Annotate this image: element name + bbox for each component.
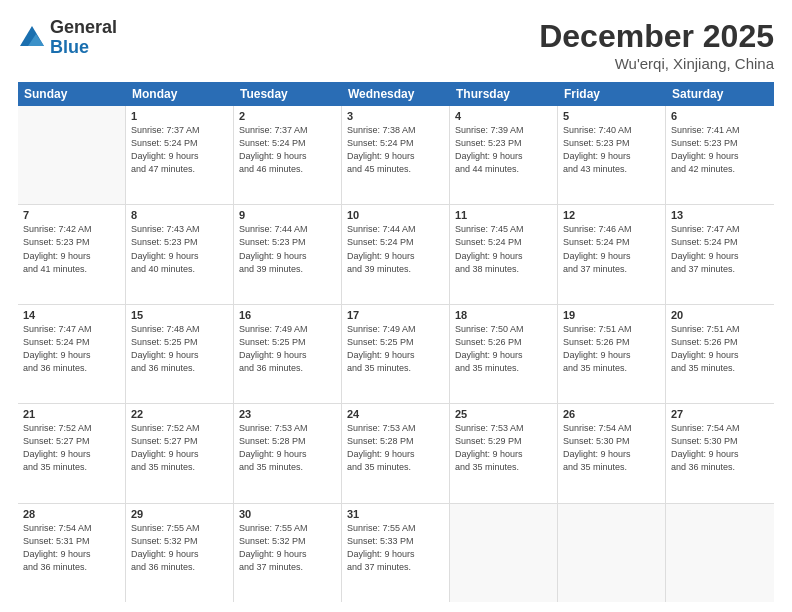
- day-number: 21: [23, 408, 120, 420]
- calendar-cell: 18Sunrise: 7:50 AM Sunset: 5:26 PM Dayli…: [450, 305, 558, 403]
- day-info: Sunrise: 7:44 AM Sunset: 5:24 PM Dayligh…: [347, 223, 444, 275]
- calendar-cell: [18, 106, 126, 204]
- header: General Blue December 2025 Wu'erqi, Xinj…: [18, 18, 774, 72]
- logo-text: General Blue: [50, 18, 117, 58]
- main-title: December 2025: [539, 18, 774, 55]
- weekday-header: Monday: [126, 82, 234, 106]
- calendar-row: 28Sunrise: 7:54 AM Sunset: 5:31 PM Dayli…: [18, 504, 774, 602]
- calendar-cell: [450, 504, 558, 602]
- day-number: 19: [563, 309, 660, 321]
- weekday-header: Thursday: [450, 82, 558, 106]
- day-number: 15: [131, 309, 228, 321]
- day-info: Sunrise: 7:49 AM Sunset: 5:25 PM Dayligh…: [239, 323, 336, 375]
- calendar-cell: 7Sunrise: 7:42 AM Sunset: 5:23 PM Daylig…: [18, 205, 126, 303]
- day-number: 14: [23, 309, 120, 321]
- day-number: 3: [347, 110, 444, 122]
- day-info: Sunrise: 7:47 AM Sunset: 5:24 PM Dayligh…: [23, 323, 120, 375]
- calendar-cell: [558, 504, 666, 602]
- weekday-header: Sunday: [18, 82, 126, 106]
- day-info: Sunrise: 7:47 AM Sunset: 5:24 PM Dayligh…: [671, 223, 769, 275]
- day-info: Sunrise: 7:48 AM Sunset: 5:25 PM Dayligh…: [131, 323, 228, 375]
- day-number: 24: [347, 408, 444, 420]
- calendar-cell: 16Sunrise: 7:49 AM Sunset: 5:25 PM Dayli…: [234, 305, 342, 403]
- day-info: Sunrise: 7:53 AM Sunset: 5:29 PM Dayligh…: [455, 422, 552, 474]
- day-info: Sunrise: 7:37 AM Sunset: 5:24 PM Dayligh…: [239, 124, 336, 176]
- day-info: Sunrise: 7:51 AM Sunset: 5:26 PM Dayligh…: [563, 323, 660, 375]
- calendar-cell: 31Sunrise: 7:55 AM Sunset: 5:33 PM Dayli…: [342, 504, 450, 602]
- day-number: 12: [563, 209, 660, 221]
- day-info: Sunrise: 7:45 AM Sunset: 5:24 PM Dayligh…: [455, 223, 552, 275]
- day-info: Sunrise: 7:50 AM Sunset: 5:26 PM Dayligh…: [455, 323, 552, 375]
- day-number: 31: [347, 508, 444, 520]
- day-number: 20: [671, 309, 769, 321]
- weekday-header: Friday: [558, 82, 666, 106]
- day-number: 17: [347, 309, 444, 321]
- day-info: Sunrise: 7:55 AM Sunset: 5:32 PM Dayligh…: [239, 522, 336, 574]
- day-number: 28: [23, 508, 120, 520]
- day-info: Sunrise: 7:53 AM Sunset: 5:28 PM Dayligh…: [347, 422, 444, 474]
- calendar-cell: [666, 504, 774, 602]
- calendar-cell: 4Sunrise: 7:39 AM Sunset: 5:23 PM Daylig…: [450, 106, 558, 204]
- day-number: 9: [239, 209, 336, 221]
- calendar-cell: 19Sunrise: 7:51 AM Sunset: 5:26 PM Dayli…: [558, 305, 666, 403]
- weekday-header: Saturday: [666, 82, 774, 106]
- logo: General Blue: [18, 18, 117, 58]
- calendar-cell: 5Sunrise: 7:40 AM Sunset: 5:23 PM Daylig…: [558, 106, 666, 204]
- calendar-body: 1Sunrise: 7:37 AM Sunset: 5:24 PM Daylig…: [18, 106, 774, 602]
- logo-icon: [18, 24, 46, 52]
- calendar-cell: 2Sunrise: 7:37 AM Sunset: 5:24 PM Daylig…: [234, 106, 342, 204]
- calendar-cell: 8Sunrise: 7:43 AM Sunset: 5:23 PM Daylig…: [126, 205, 234, 303]
- calendar-row: 1Sunrise: 7:37 AM Sunset: 5:24 PM Daylig…: [18, 106, 774, 205]
- day-info: Sunrise: 7:55 AM Sunset: 5:32 PM Dayligh…: [131, 522, 228, 574]
- day-info: Sunrise: 7:52 AM Sunset: 5:27 PM Dayligh…: [23, 422, 120, 474]
- calendar-cell: 25Sunrise: 7:53 AM Sunset: 5:29 PM Dayli…: [450, 404, 558, 502]
- day-number: 23: [239, 408, 336, 420]
- day-info: Sunrise: 7:40 AM Sunset: 5:23 PM Dayligh…: [563, 124, 660, 176]
- calendar-cell: 27Sunrise: 7:54 AM Sunset: 5:30 PM Dayli…: [666, 404, 774, 502]
- day-info: Sunrise: 7:52 AM Sunset: 5:27 PM Dayligh…: [131, 422, 228, 474]
- day-number: 5: [563, 110, 660, 122]
- calendar-cell: 10Sunrise: 7:44 AM Sunset: 5:24 PM Dayli…: [342, 205, 450, 303]
- day-info: Sunrise: 7:54 AM Sunset: 5:30 PM Dayligh…: [671, 422, 769, 474]
- calendar-cell: 3Sunrise: 7:38 AM Sunset: 5:24 PM Daylig…: [342, 106, 450, 204]
- day-info: Sunrise: 7:49 AM Sunset: 5:25 PM Dayligh…: [347, 323, 444, 375]
- day-number: 11: [455, 209, 552, 221]
- calendar-cell: 20Sunrise: 7:51 AM Sunset: 5:26 PM Dayli…: [666, 305, 774, 403]
- calendar-cell: 21Sunrise: 7:52 AM Sunset: 5:27 PM Dayli…: [18, 404, 126, 502]
- calendar-cell: 6Sunrise: 7:41 AM Sunset: 5:23 PM Daylig…: [666, 106, 774, 204]
- day-info: Sunrise: 7:54 AM Sunset: 5:30 PM Dayligh…: [563, 422, 660, 474]
- day-info: Sunrise: 7:43 AM Sunset: 5:23 PM Dayligh…: [131, 223, 228, 275]
- day-info: Sunrise: 7:39 AM Sunset: 5:23 PM Dayligh…: [455, 124, 552, 176]
- day-number: 30: [239, 508, 336, 520]
- day-number: 10: [347, 209, 444, 221]
- day-number: 29: [131, 508, 228, 520]
- weekday-header: Wednesday: [342, 82, 450, 106]
- day-info: Sunrise: 7:55 AM Sunset: 5:33 PM Dayligh…: [347, 522, 444, 574]
- day-info: Sunrise: 7:46 AM Sunset: 5:24 PM Dayligh…: [563, 223, 660, 275]
- calendar-cell: 22Sunrise: 7:52 AM Sunset: 5:27 PM Dayli…: [126, 404, 234, 502]
- day-info: Sunrise: 7:53 AM Sunset: 5:28 PM Dayligh…: [239, 422, 336, 474]
- day-number: 4: [455, 110, 552, 122]
- calendar: SundayMondayTuesdayWednesdayThursdayFrid…: [18, 82, 774, 602]
- calendar-cell: 11Sunrise: 7:45 AM Sunset: 5:24 PM Dayli…: [450, 205, 558, 303]
- calendar-cell: 29Sunrise: 7:55 AM Sunset: 5:32 PM Dayli…: [126, 504, 234, 602]
- day-number: 13: [671, 209, 769, 221]
- calendar-cell: 17Sunrise: 7:49 AM Sunset: 5:25 PM Dayli…: [342, 305, 450, 403]
- calendar-cell: 26Sunrise: 7:54 AM Sunset: 5:30 PM Dayli…: [558, 404, 666, 502]
- day-number: 16: [239, 309, 336, 321]
- day-number: 27: [671, 408, 769, 420]
- logo-general-text: General: [50, 18, 117, 38]
- weekday-header: Tuesday: [234, 82, 342, 106]
- day-number: 1: [131, 110, 228, 122]
- day-info: Sunrise: 7:41 AM Sunset: 5:23 PM Dayligh…: [671, 124, 769, 176]
- day-info: Sunrise: 7:54 AM Sunset: 5:31 PM Dayligh…: [23, 522, 120, 574]
- day-info: Sunrise: 7:44 AM Sunset: 5:23 PM Dayligh…: [239, 223, 336, 275]
- day-number: 22: [131, 408, 228, 420]
- day-info: Sunrise: 7:37 AM Sunset: 5:24 PM Dayligh…: [131, 124, 228, 176]
- calendar-row: 7Sunrise: 7:42 AM Sunset: 5:23 PM Daylig…: [18, 205, 774, 304]
- day-number: 18: [455, 309, 552, 321]
- calendar-cell: 14Sunrise: 7:47 AM Sunset: 5:24 PM Dayli…: [18, 305, 126, 403]
- calendar-cell: 24Sunrise: 7:53 AM Sunset: 5:28 PM Dayli…: [342, 404, 450, 502]
- calendar-cell: 1Sunrise: 7:37 AM Sunset: 5:24 PM Daylig…: [126, 106, 234, 204]
- calendar-cell: 15Sunrise: 7:48 AM Sunset: 5:25 PM Dayli…: [126, 305, 234, 403]
